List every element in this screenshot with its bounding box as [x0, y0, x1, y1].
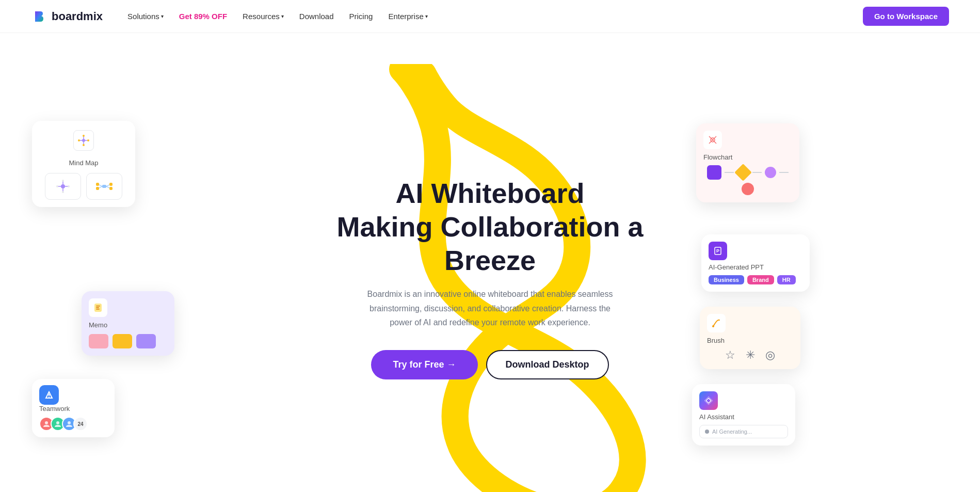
svg-rect-27	[109, 187, 113, 190]
fc-circle-purple	[765, 167, 776, 178]
mindmap-sub-icon-2	[86, 173, 122, 200]
flowchart-card: Flowchart	[696, 123, 799, 202]
ai-assistant-icon	[699, 391, 718, 410]
brush-icon	[707, 314, 726, 332]
brush-sym-eye: ◎	[765, 348, 775, 362]
flowchart-icon	[703, 131, 722, 149]
memo-icon	[89, 298, 107, 317]
nav-left: boardmix Solutions ▾ Get 89% OFF Resourc…	[31, 8, 434, 25]
nav-enterprise[interactable]: Enterprise ▾	[382, 9, 433, 24]
memo-color-yellow	[113, 334, 132, 348]
fc-diamond	[734, 164, 752, 181]
svg-point-35	[45, 421, 48, 424]
svg-point-15	[62, 180, 64, 182]
memo-card-title: Memo	[89, 321, 167, 329]
logo-icon	[31, 8, 47, 25]
svg-point-6	[83, 135, 85, 137]
nav-right: Go to Workspace	[863, 7, 949, 26]
svg-point-10	[61, 184, 65, 188]
fc-line-2	[752, 172, 762, 173]
go-to-workspace-button[interactable]: Go to Workspace	[863, 7, 949, 26]
svg-point-34	[49, 396, 50, 398]
ai-assistant-card: AI Assistant AI Generating...	[692, 384, 795, 446]
ai-assistant-card-title: AI Assistant	[699, 413, 788, 421]
nav-solutions[interactable]: Solutions ▾	[121, 9, 170, 24]
svg-rect-29	[96, 306, 100, 307]
aippt-card-title: AI-Generated PPT	[709, 263, 802, 271]
memo-colors	[89, 334, 167, 348]
svg-point-17	[56, 185, 58, 187]
hero-section: AI Whiteboard Making Collaboration a Bre…	[0, 33, 980, 492]
mindmap-sub-icons	[40, 173, 127, 200]
aippt-badge-hr: HR	[777, 275, 796, 284]
svg-rect-26	[109, 183, 113, 186]
hero-subtitle: Boardmix is an innovative online whitebo…	[366, 287, 614, 329]
nav-sale[interactable]: Get 89% OFF	[173, 9, 233, 24]
brush-sym-sun: ✳	[746, 348, 755, 362]
flowchart-card-title: Flowchart	[703, 153, 792, 161]
teamwork-card-title: Teamwork	[39, 405, 107, 412]
logo-text: boardmix	[52, 10, 103, 23]
aippt-icon: P	[709, 242, 727, 260]
fc-circle-red	[742, 183, 754, 195]
ai-generating-dot	[705, 430, 709, 434]
nav-links: Solutions ▾ Get 89% OFF Resources ▾ Down…	[121, 9, 434, 24]
svg-point-16	[62, 191, 64, 193]
svg-point-37	[68, 421, 71, 424]
hero-buttons: Try for Free → Download Desktop	[335, 350, 645, 379]
hero-title: AI Whiteboard Making Collaboration a Bre…	[335, 177, 645, 277]
hero-text: AI Whiteboard Making Collaboration a Bre…	[335, 177, 645, 379]
svg-point-1	[82, 139, 85, 142]
download-desktop-button[interactable]: Download Desktop	[486, 350, 609, 379]
nav-pricing[interactable]: Pricing	[343, 9, 379, 24]
svg-point-8	[78, 139, 80, 141]
logo[interactable]: boardmix	[31, 8, 103, 25]
memo-color-pink	[89, 334, 108, 348]
aippt-badge-brand: Brand	[747, 275, 774, 284]
ai-generating-text: AI Generating...	[712, 428, 752, 435]
teamwork-card: Teamwork 24	[32, 379, 115, 437]
svg-point-7	[83, 144, 85, 146]
nav-resources[interactable]: Resources ▾	[236, 9, 290, 24]
ai-generating-row: AI Generating...	[699, 425, 788, 438]
brush-symbols: ☆ ✳ ◎	[707, 348, 793, 362]
fc-line-1	[725, 172, 734, 173]
svg-rect-19	[102, 185, 106, 188]
svg-point-9	[87, 139, 89, 141]
svg-point-41	[712, 325, 714, 327]
nav-download[interactable]: Download	[293, 9, 340, 24]
mindmap-card: Mind Map	[32, 121, 135, 207]
teamwork-icon	[39, 385, 59, 405]
mindmap-sub-icon-1	[45, 173, 81, 200]
memo-color-purple	[136, 334, 156, 348]
svg-rect-31	[96, 309, 100, 310]
svg-rect-30	[96, 307, 99, 308]
aippt-badge-business: Business	[709, 275, 744, 284]
fc-square	[707, 165, 721, 180]
svg-rect-25	[96, 187, 99, 190]
brush-card: Brush ☆ ✳ ◎	[700, 307, 800, 369]
svg-point-18	[68, 185, 70, 187]
mindmap-card-title: Mind Map	[40, 159, 127, 167]
mindmap-main-icon	[73, 130, 94, 151]
aippt-card: P AI-Generated PPT Business Brand HR	[701, 234, 810, 292]
svg-text:P: P	[716, 248, 719, 253]
aippt-badges: Business Brand HR	[709, 275, 802, 284]
svg-rect-24	[96, 183, 99, 186]
mindmap-svg	[77, 134, 90, 147]
try-for-free-button[interactable]: Try for Free →	[371, 350, 477, 379]
teamwork-avatars: 24	[39, 417, 107, 431]
flowchart-diagram	[703, 165, 792, 195]
navbar: boardmix Solutions ▾ Get 89% OFF Resourc…	[0, 0, 980, 33]
fc-line-3	[779, 172, 789, 173]
avatar-count: 24	[73, 417, 88, 431]
memo-card: Memo	[82, 291, 174, 356]
brush-sym-star: ☆	[725, 348, 735, 362]
svg-point-36	[56, 421, 59, 424]
mindmap-top-icon	[40, 130, 127, 154]
brush-card-title: Brush	[707, 337, 793, 344]
